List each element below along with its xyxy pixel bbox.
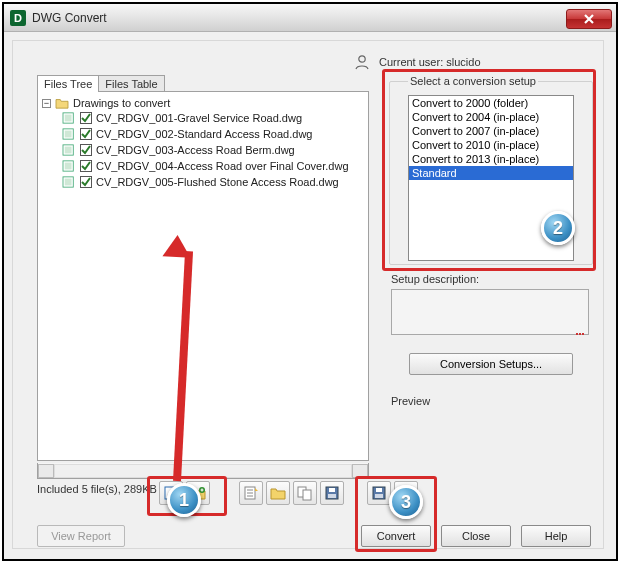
append-list-button[interactable] [293,481,317,505]
files-tabs: Files Tree Files Table [37,75,164,92]
app-icon: D [10,10,26,26]
conversion-setup-list[interactable]: Convert to 2000 (folder)Convert to 2004 … [408,95,574,261]
append-list-icon [297,485,313,501]
svg-rect-20 [376,488,382,492]
file-checkbox[interactable] [80,176,92,188]
window-title: DWG Convert [32,11,107,25]
new-list-icon [243,485,259,501]
conversion-setup-group: Select a conversion setup Convert to 200… [389,75,593,265]
open-list-button[interactable] [266,481,290,505]
folder-icon [55,97,69,109]
conversion-setup-legend: Select a conversion setup [408,75,538,87]
user-icon [353,53,371,71]
scroll-track[interactable] [54,464,352,478]
tree-item[interactable]: CV_RDGV_002-Standard Access Road.dwg [62,126,366,142]
save-icon [371,485,387,501]
view-report-button: View Report [37,525,125,547]
setup-description-box[interactable] [391,289,589,335]
svg-rect-11 [165,487,174,499]
current-user-prefix: Current user: [379,56,443,68]
save-list-icon [324,485,340,501]
dwg-file-icon [62,112,76,124]
svg-rect-23 [576,333,578,335]
open-list-icon [270,485,286,501]
scroll-right-icon[interactable] [352,464,368,478]
conversion-setup-item[interactable]: Standard [409,166,573,180]
dwg-file-icon [62,160,76,172]
save-list-button[interactable] [320,481,344,505]
close-button[interactable] [566,9,612,29]
status-included: Included 5 file(s), 289KB [37,483,157,495]
help-button[interactable]: Help [521,525,591,547]
svg-rect-6 [65,147,72,154]
svg-rect-10 [65,179,72,186]
resize-handle-icon[interactable] [576,331,586,337]
titlebar: D DWG Convert [4,4,616,32]
tree-h-scrollbar[interactable] [37,463,369,479]
svg-rect-4 [65,131,72,138]
tree-item[interactable]: CV_RDGV_005-Flushed Stone Access Road.dw… [62,174,366,190]
close-icon [584,14,594,24]
file-name: CV_RDGV_004-Access Road over Final Cover… [96,160,349,172]
file-checkbox[interactable] [80,144,92,156]
dialog-body: Current user: slucido Files Tree Files T… [4,32,616,559]
conversion-setup-item[interactable]: Convert to 2013 (in-place) [409,152,573,166]
tree-item[interactable]: CV_RDGV_003-Access Road Berm.dwg [62,142,366,158]
conversion-setups-button[interactable]: Conversion Setups... [409,353,573,375]
file-checkbox[interactable] [80,128,92,140]
add-folder-icon [190,485,206,501]
refresh-icon [398,485,414,501]
tree-root[interactable]: − Drawings to convert [40,96,366,110]
file-checkbox[interactable] [80,160,92,172]
tree-item[interactable]: CV_RDGV_001-Gravel Service Road.dwg [62,110,366,126]
scroll-left-icon[interactable] [38,464,54,478]
convert-button[interactable]: Convert [361,525,431,547]
preview-label: Preview [391,395,430,407]
add-file-icon [163,485,179,501]
add-folder-button[interactable] [186,481,210,505]
current-user-row: Current user: slucido [13,47,603,77]
close-dialog-button[interactable]: Close [441,525,511,547]
dwg-file-icon [62,144,76,156]
add-file-button[interactable] [159,481,183,505]
conversion-setup-item[interactable]: Convert to 2004 (in-place) [409,110,573,124]
files-tree-pane[interactable]: − Drawings to convert CV_RDGV_001-Gravel… [37,91,369,461]
window-frame: D DWG Convert Current user: slucido File… [2,2,618,561]
file-name: CV_RDGV_003-Access Road Berm.dwg [96,144,295,156]
tab-files-table[interactable]: Files Table [98,75,164,92]
svg-rect-17 [329,488,335,492]
file-checkbox[interactable] [80,112,92,124]
conversion-setup-item[interactable]: Convert to 2007 (in-place) [409,124,573,138]
tree-root-label: Drawings to convert [73,97,170,109]
svg-rect-24 [579,333,581,335]
tab-files-tree[interactable]: Files Tree [37,75,99,92]
collapse-icon[interactable]: − [42,99,51,108]
save-button[interactable] [367,481,391,505]
svg-rect-2 [65,115,72,122]
dwg-file-icon [62,128,76,140]
dwg-file-icon [62,176,76,188]
svg-point-0 [359,56,365,62]
svg-rect-15 [303,490,311,500]
file-name: CV_RDGV_002-Standard Access Road.dwg [96,128,312,140]
new-list-button[interactable] [239,481,263,505]
current-user-name: slucido [446,56,480,68]
svg-rect-18 [328,494,336,498]
conversion-setup-item[interactable]: Convert to 2000 (folder) [409,96,573,110]
conversion-setup-item[interactable]: Convert to 2010 (in-place) [409,138,573,152]
tree-item[interactable]: CV_RDGV_004-Access Road over Final Cover… [62,158,366,174]
file-name: CV_RDGV_005-Flushed Stone Access Road.dw… [96,176,339,188]
svg-rect-25 [582,333,584,335]
svg-rect-21 [375,494,383,498]
svg-rect-8 [65,163,72,170]
file-name: CV_RDGV_001-Gravel Service Road.dwg [96,112,302,124]
setup-description-label: Setup description: [391,273,479,285]
refresh-button[interactable] [394,481,418,505]
